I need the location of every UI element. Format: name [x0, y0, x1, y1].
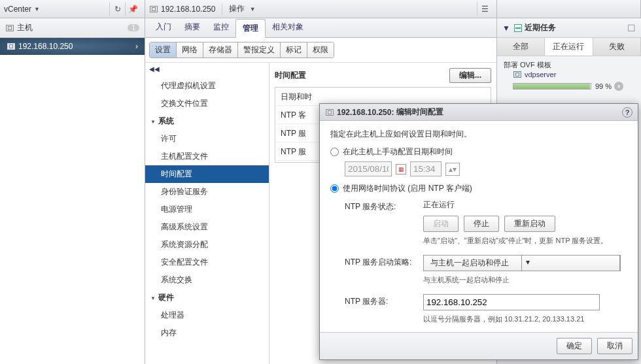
ok-button[interactable]: 确定	[557, 338, 592, 354]
tab-manage[interactable]: 管理	[235, 19, 266, 38]
nav-item[interactable]: 系统交换	[145, 271, 269, 289]
vcenter-label: vCenter	[4, 5, 31, 14]
dialog-title-ip: 192.168.10.250	[337, 108, 391, 117]
nav-item[interactable]: 代理虚拟机设置	[145, 77, 269, 95]
tab-getting-started[interactable]: 入门	[149, 18, 178, 37]
dialog-description: 指定在此主机上应如何设置日期和时间。	[330, 129, 627, 140]
rtab-failed[interactable]: 失败	[593, 38, 641, 56]
count-badge: 1	[128, 24, 139, 31]
lbl-ntp-server: NTP 服务器:	[345, 294, 423, 307]
filter-icon[interactable]: ☰	[477, 2, 493, 16]
hint-buttons: 单击"启动"、"重新启动"或"停止"时，更新 NTP 服务设置。	[423, 236, 627, 246]
start-button[interactable]: 启动	[423, 216, 459, 232]
sub-pillgroup: 设置 网络 存储器 警报定义 标记 权限	[149, 42, 334, 58]
tasks-icon	[514, 24, 522, 32]
nav-group-hardware[interactable]: 硬件	[145, 289, 269, 306]
chevron-down-icon: ▼	[250, 6, 256, 12]
cancel-task-button[interactable]: ×	[614, 82, 623, 91]
top-bar: vCenter ▼ ↻ 📌 192.168.10.250 操作 ▼ ☰	[0, 0, 641, 18]
policy-select[interactable]: 与主机一起启动和停止 ▾	[423, 255, 621, 271]
popout-icon[interactable]: ☐	[627, 23, 636, 33]
nav-item[interactable]: 处理器	[145, 306, 269, 324]
dialog-body: 指定在此主机上应如何设置日期和时间。 在此主机上手动配置日期和时间 ▦ ▴▾ 使…	[320, 121, 638, 332]
radio-manual-label: 在此主机上手动配置日期和时间	[343, 146, 453, 157]
settings-sidenav: ◀◀ 代理虚拟机设置 交换文件位置 系统 许可 主机配置文件 时间配置 身份验证…	[145, 63, 269, 364]
pin-icon[interactable]: 📌	[125, 2, 141, 16]
vcenter-dropdown[interactable]: vCenter ▼ ↻ 📌	[0, 0, 145, 18]
nav-item[interactable]: 内存	[145, 324, 269, 342]
right-top-strip	[497, 0, 641, 18]
nav-item[interactable]: 许可	[145, 130, 269, 148]
stop-button[interactable]: 停止	[464, 216, 499, 232]
edit-button[interactable]: 编辑...	[449, 68, 491, 83]
lbl-ntp-policy: NTP 服务启动策略:	[345, 255, 423, 268]
time-stepper[interactable]: ▴▾	[445, 163, 460, 176]
help-icon[interactable]: ?	[622, 107, 632, 118]
rtab-all[interactable]: 全部	[497, 38, 545, 56]
chevron-right-icon: ›	[135, 42, 138, 51]
collapse-toggle-icon[interactable]: ▼	[502, 24, 510, 33]
tab-related[interactable]: 相关对象	[266, 18, 310, 37]
nav-item[interactable]: 交换文件位置	[145, 95, 269, 112]
sub-toolbar: 设置 网络 存储器 警报定义 标记 权限	[145, 38, 496, 63]
main-tabstrip: 入门 摘要 监控 管理 相关对象	[145, 18, 496, 38]
inventory-title: 主机	[17, 22, 33, 33]
cancel-button[interactable]: 取消	[597, 338, 632, 354]
nav-group-system[interactable]: 系统	[145, 112, 269, 130]
task-row: 部署 OVF 模板 vdpserver 99 % ×	[497, 56, 641, 95]
nav-item[interactable]: 主机配置文件	[145, 148, 269, 165]
nav-item[interactable]: 系统资源分配	[145, 236, 269, 254]
tab-monitor[interactable]: 监控	[207, 18, 235, 37]
calendar-icon[interactable]: ▦	[396, 164, 406, 174]
radio-manual-input[interactable]	[330, 148, 339, 156]
tree-item-host[interactable]: 192.168.10.250 ›	[0, 38, 145, 55]
ntp-status-value: 正在运行	[423, 199, 627, 210]
ntp-server-input[interactable]	[423, 294, 600, 310]
tasks-header: ▼ 近期任务 ☐	[497, 18, 641, 38]
inventory-header: 主机 1	[0, 18, 145, 38]
date-field[interactable]	[345, 161, 392, 176]
host-icon	[325, 108, 334, 117]
rtab-running[interactable]: 正在运行	[545, 38, 593, 56]
restart-button[interactable]: 重新启动	[504, 216, 555, 232]
lbl-ntp-status: NTP 服务状态:	[345, 199, 423, 212]
host-icon	[5, 24, 14, 33]
nav-item[interactable]: 高级系统设置	[145, 218, 269, 236]
pill-perms[interactable]: 权限	[307, 42, 334, 58]
pill-storage[interactable]: 存储器	[203, 42, 238, 58]
task-target-link[interactable]: vdpserver	[513, 70, 556, 79]
collapse-icon[interactable]: ◀◀	[149, 65, 160, 73]
nav-item-time-config[interactable]: 时间配置	[145, 165, 269, 183]
pill-settings[interactable]: 设置	[150, 42, 177, 58]
pill-network[interactable]: 网络	[177, 42, 203, 58]
hint-policy: 与主机系统一起启动和停止	[423, 275, 627, 285]
pill-alarms[interactable]: 警报定义	[238, 42, 281, 58]
radio-ntp-input[interactable]	[330, 184, 339, 193]
pill-tags[interactable]: 标记	[281, 42, 307, 58]
radio-ntp[interactable]: 使用网络时间协议 (启用 NTP 客户端)	[330, 183, 627, 194]
manual-time-inputs: ▦ ▴▾	[345, 161, 627, 176]
nav-item[interactable]: 身份验证服务	[145, 183, 269, 201]
tab-summary[interactable]: 摘要	[178, 18, 207, 37]
content-title: 时间配置	[275, 70, 306, 81]
task-name: 部署 OVF 模板	[504, 60, 634, 70]
nav-item[interactable]: 安全配置文件	[145, 254, 269, 271]
tasks-title: 近期任务	[525, 22, 556, 33]
nav-item[interactable]: 电源管理	[145, 201, 269, 218]
radio-ntp-label: 使用网络时间协议 (启用 NTP 客户端)	[343, 183, 472, 194]
refresh-icon[interactable]: ↻	[109, 2, 125, 16]
tasks-tabstrip: 全部 正在运行 失败	[497, 38, 641, 56]
chevron-down-icon: ▾	[522, 256, 620, 271]
content-title-row: 时间配置 编辑...	[275, 68, 491, 83]
progress-row: 99 % ×	[513, 82, 634, 91]
chevron-down-icon: ▼	[34, 6, 40, 12]
actions-menu[interactable]: 操作 ▼	[229, 3, 255, 14]
inventory-panel: 主机 1 192.168.10.250 ›	[0, 18, 145, 364]
progress-bar	[513, 83, 591, 90]
ntp-form: NTP 服务状态: 正在运行 启动 停止 重新启动 单击"启动"、"重新启动"或…	[345, 199, 627, 324]
radio-manual-time[interactable]: 在此主机上手动配置日期和时间	[330, 146, 627, 157]
dialog-titlebar[interactable]: 192.168.10.250: 编辑时间配置 ?	[320, 104, 638, 121]
hint-server: 以逗号分隔服务器，例如 10.31.21.2, 20.133.13.21	[423, 314, 627, 324]
host-ip-title: 192.168.10.250	[161, 5, 215, 14]
time-field[interactable]	[410, 161, 442, 176]
